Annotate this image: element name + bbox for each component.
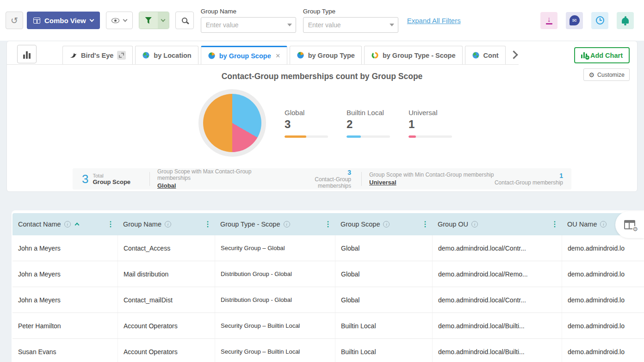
column-header-group-name[interactable]: Group Namei⋮ — [118, 213, 215, 235]
schedule-button[interactable] — [591, 12, 608, 29]
refresh-icon: ↺ — [11, 15, 18, 26]
legend-bar — [347, 135, 390, 138]
customize-button[interactable]: ⚙ Customize — [583, 68, 630, 81]
column-menu-icon[interactable]: ⋮ — [204, 219, 211, 229]
bird-icon — [69, 51, 77, 59]
min-value-label: Contact-Group membership — [495, 179, 563, 186]
legend-item-universal[interactable]: Universal1 — [409, 109, 452, 138]
tab-by-group-type[interactable]: by Group Type — [290, 46, 362, 64]
pie-chart[interactable] — [203, 94, 261, 152]
cell-contact-name: Susan Evans — [12, 339, 118, 362]
bar-chart-icon — [23, 51, 31, 59]
group-type-input[interactable] — [303, 17, 398, 33]
cell-group-name: Account Operators — [118, 313, 215, 338]
tab-by-location[interactable]: by Location — [135, 46, 198, 64]
table-row[interactable]: John a MeyersMail distributionDistributi… — [12, 261, 644, 287]
info-icon[interactable]: i — [383, 221, 390, 227]
chart-type-button[interactable] — [17, 45, 37, 63]
tabs-scroll-right-icon[interactable] — [509, 50, 518, 59]
cell-group-ou: demo.admindroid.local/Contr... — [432, 287, 562, 313]
column-chooser-button[interactable]: ⚙ — [615, 211, 644, 238]
message-button[interactable]: ✉ — [566, 12, 583, 29]
expand-icon[interactable] — [117, 51, 126, 60]
tab-bird-s-eye[interactable]: Bird's Eye — [62, 46, 133, 64]
close-tab-icon[interactable]: × — [276, 51, 280, 61]
chevron-down-icon — [161, 17, 166, 22]
group-name-filter: Group Name — [201, 8, 296, 33]
tab-by-group-scope[interactable]: by Group Scope× — [201, 46, 287, 64]
column-menu-icon[interactable]: ⋮ — [324, 219, 332, 229]
cell-contact-name: John a Meyers — [12, 235, 118, 261]
table-row[interactable]: Susan EvansAccount OperatorsSecurity Gro… — [12, 339, 644, 362]
filter-button[interactable] — [139, 12, 158, 29]
info-icon[interactable]: i — [64, 221, 71, 227]
column-header-contact-name[interactable]: Contact Namei⋮ — [12, 213, 118, 235]
group-name-input[interactable] — [201, 17, 296, 33]
add-chart-button[interactable]: + Add Chart — [574, 47, 630, 63]
pie-chart-ring — [198, 89, 266, 157]
bell-icon — [622, 18, 629, 24]
column-label: Group Type - Scope — [220, 221, 280, 228]
download-button[interactable]: ↓ — [540, 12, 557, 29]
chart-tab-strip: Bird's Eyeby Locationby Group Scope×by G… — [7, 41, 519, 65]
filter-split-button[interactable] — [139, 12, 169, 29]
alarm-clock-icon — [596, 16, 604, 25]
cell-group-scope: Builtin Local — [335, 339, 432, 362]
refresh-button[interactable]: ↺ — [6, 12, 23, 29]
view-options-button[interactable] — [106, 12, 133, 29]
tab-label: Cont — [483, 52, 499, 59]
cell-ou-name: demo.admindroid.lo — [562, 287, 644, 313]
legend-value: 3 — [285, 118, 328, 131]
column-settings-icon: ⚙ — [624, 220, 635, 229]
column-header-group-scope[interactable]: Group Scopei⋮ — [335, 213, 432, 235]
tab-label: by Group Type - Scope — [383, 52, 456, 59]
download-icon: ↓ — [546, 16, 552, 25]
sort-ascending-icon[interactable] — [74, 223, 79, 227]
table-row[interactable]: John a MeyersContact_AccessSecurity Grou… — [12, 235, 644, 261]
divider — [361, 172, 362, 186]
column-header-group-ou[interactable]: Group OUi⋮ — [432, 213, 562, 235]
column-header-group-type-scope[interactable]: Group Type - Scopei⋮ — [215, 213, 335, 235]
legend-item-builtin-local[interactable]: Builtin Local2 — [347, 109, 390, 138]
notifications-button[interactable] — [617, 12, 634, 29]
legend-label: Global — [285, 109, 328, 117]
tab-cont[interactable]: Cont — [465, 46, 506, 64]
info-icon[interactable]: i — [471, 221, 478, 227]
expand-all-filters-link[interactable]: Expand All Filters — [407, 17, 461, 25]
dropdown-arrow-icon[interactable] — [390, 24, 394, 26]
filter-dropdown-button[interactable] — [158, 12, 169, 29]
max-link[interactable]: Global — [157, 182, 176, 189]
tab-by-group-type-scope[interactable]: by Group Type - Scope — [364, 46, 463, 64]
pie-icon — [297, 51, 304, 59]
cell-group-scope: Global — [335, 287, 432, 313]
total-value: 3 — [82, 172, 88, 186]
cell-group-name: Contact_mailDist — [118, 287, 215, 313]
top-toolbar: ↺ Combo View Group Name Group Type Exp — [0, 0, 644, 41]
cell-group-type-scope: Security Group – Builtin Local — [215, 339, 335, 362]
dropdown-arrow-icon[interactable] — [287, 24, 292, 26]
column-menu-icon[interactable]: ⋮ — [107, 219, 114, 229]
cell-group-type-scope: Distribution Group - Global — [215, 261, 335, 287]
message-icon: ✉ — [570, 15, 580, 25]
cell-group-type-scope: Security Group – Global — [215, 235, 335, 261]
total-label: Group Scope — [93, 178, 130, 185]
column-menu-icon[interactable]: ⋮ — [421, 219, 429, 229]
cell-group-type-scope: Security Group – Builtin Local — [215, 313, 335, 338]
cell-group-scope: Global — [335, 235, 432, 261]
info-icon[interactable]: i — [165, 221, 171, 227]
chart-area: Global3Builtin Local2Universal1 — [7, 89, 637, 157]
chart-legend: Global3Builtin Local2Universal1 — [285, 109, 452, 138]
min-link[interactable]: Universal — [369, 179, 396, 186]
legend-item-global[interactable]: Global3 — [285, 109, 328, 138]
column-menu-icon[interactable]: ⋮ — [551, 219, 558, 229]
info-icon[interactable]: i — [600, 221, 607, 227]
table-row[interactable]: Peter HamiltonAccount OperatorsSecurity … — [12, 313, 644, 339]
info-icon[interactable]: i — [284, 221, 290, 227]
toolbar-right-icons: ↓ ✉ — [540, 12, 638, 29]
search-button[interactable] — [175, 12, 194, 29]
combo-view-button[interactable]: Combo View — [27, 12, 100, 29]
cell-contact-name: John a Meyers — [12, 287, 118, 313]
summary-strip: 3 Total Group Scope Group Scope with Max… — [73, 168, 571, 190]
column-label: Group Name — [123, 221, 161, 228]
table-row[interactable]: John a MeyersContact_mailDistDistributio… — [12, 287, 644, 313]
